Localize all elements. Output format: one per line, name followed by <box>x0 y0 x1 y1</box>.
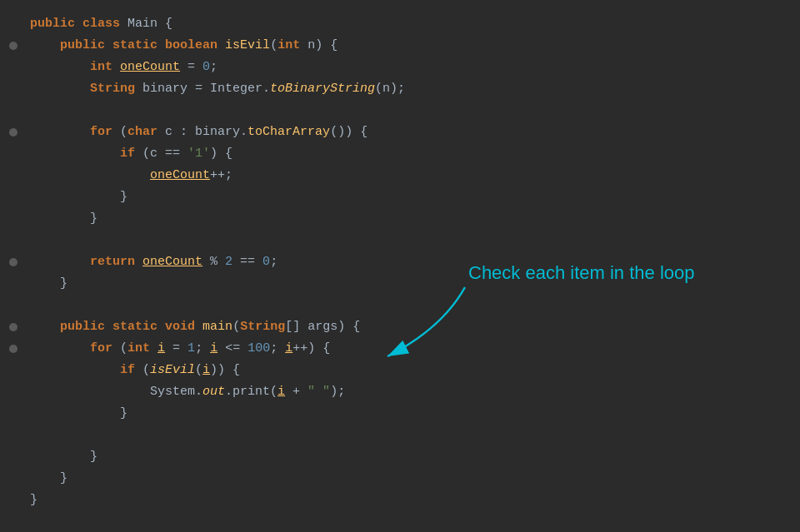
code-content <box>27 231 38 251</box>
code-line: public static void main(String[] args) { <box>0 316 800 338</box>
code-content: public static boolean isEvil(int n) { <box>27 36 338 56</box>
code-line: if (c == '1') { <box>0 143 800 165</box>
code-line: } <box>0 446 800 468</box>
code-line: } <box>0 273 800 295</box>
code-content: int oneCount = 0; <box>27 57 218 77</box>
code-line: String binary = Integer.toBinaryString(n… <box>0 78 800 100</box>
gutter-indicator <box>0 323 27 331</box>
code-content: public static void main(String[] args) { <box>27 317 360 337</box>
code-content: } <box>27 404 128 424</box>
code-content: System.out.print(i + " "); <box>27 382 345 402</box>
code-line: } <box>0 490 800 511</box>
code-content: } <box>27 447 98 467</box>
code-line: } <box>0 186 800 208</box>
code-content: String binary = Integer.toBinaryString(n… <box>27 79 405 99</box>
gutter-indicator <box>0 345 27 353</box>
code-line <box>0 295 800 316</box>
code-content: public class Main { <box>27 14 172 34</box>
code-line <box>0 100 800 122</box>
gutter-indicator <box>0 128 27 137</box>
code-content: } <box>27 209 98 229</box>
code-line: for (char c : binary.toCharArray()) { <box>0 122 800 143</box>
gutter-indicator <box>0 42 27 50</box>
code-line: } <box>0 208 800 230</box>
code-content: return oneCount % 2 == 0; <box>27 252 278 272</box>
code-content: for (int i = 1; i <= 100; i++) { <box>27 339 330 359</box>
code-content: oneCount++; <box>27 166 232 186</box>
code-content <box>27 296 38 316</box>
code-content: } <box>27 187 128 207</box>
code-line: System.out.print(i + " "); <box>0 381 800 403</box>
code-content: if (isEvil(i)) { <box>27 360 240 380</box>
code-line: return oneCount % 2 == 0; <box>0 251 800 273</box>
code-line: for (int i = 1; i <= 100; i++) { <box>0 338 800 360</box>
code-line <box>0 425 800 446</box>
code-line: } <box>0 403 800 425</box>
gutter-indicator <box>0 258 27 266</box>
code-line: if (isEvil(i)) { <box>0 360 800 381</box>
code-content: for (char c : binary.toCharArray()) { <box>27 122 368 142</box>
code-line: public class Main { <box>0 13 800 35</box>
code-line: } <box>0 468 800 490</box>
code-line: public static boolean isEvil(int n) { <box>0 35 800 57</box>
code-line <box>0 230 800 251</box>
code-content: } <box>27 469 68 489</box>
code-content <box>27 425 38 445</box>
code-content: } <box>27 274 68 294</box>
code-content: } <box>27 490 38 510</box>
code-line: oneCount++; <box>0 165 800 186</box>
code-content <box>27 101 38 121</box>
code-content: if (c == '1') { <box>27 144 232 164</box>
code-line: int oneCount = 0; <box>0 57 800 78</box>
code-editor: public class Main { public static boolea… <box>0 0 800 525</box>
